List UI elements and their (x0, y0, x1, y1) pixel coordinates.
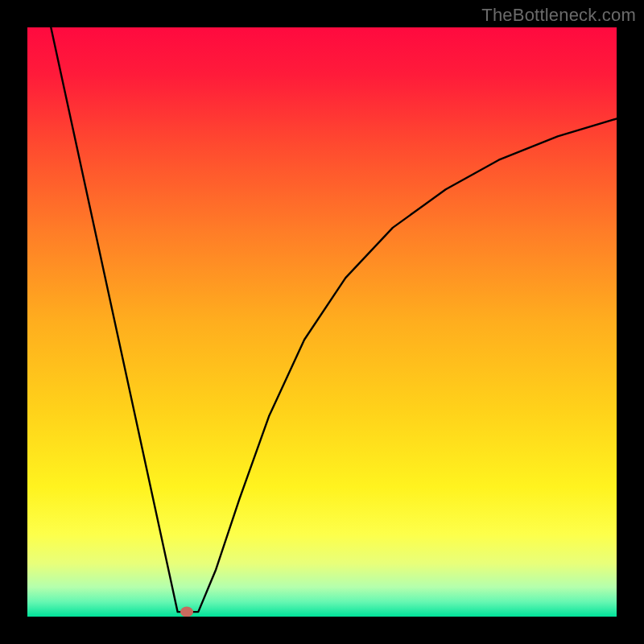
plot-area (27, 27, 617, 617)
optimal-point-marker (180, 607, 193, 617)
chart-frame: TheBottleneck.com (0, 0, 644, 644)
watermark-text: TheBottleneck.com (481, 5, 636, 26)
bottleneck-curve (27, 27, 617, 617)
